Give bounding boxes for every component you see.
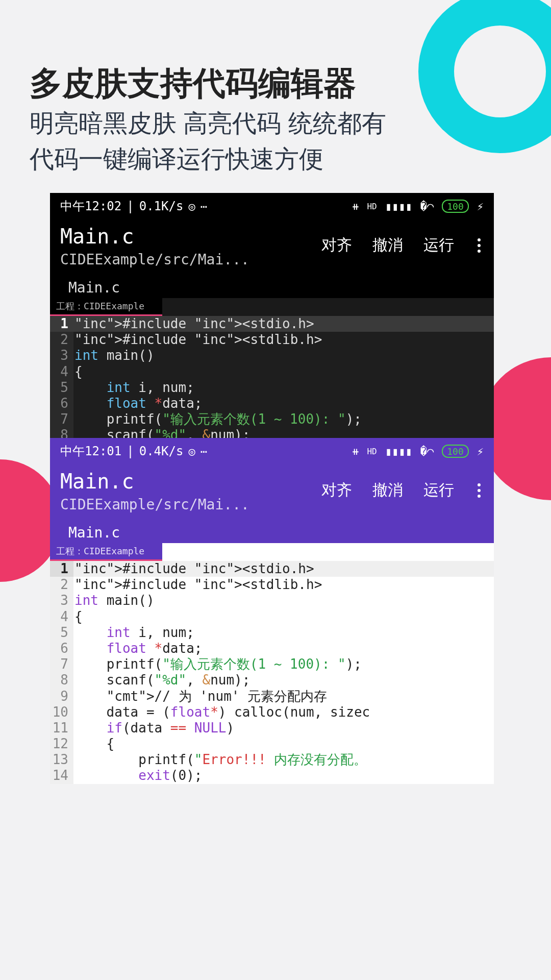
code-line[interactable]: 7 printf("输入元素个数(1 ~ 100): "); — [50, 656, 494, 672]
more-status-icon: ⋯ — [201, 200, 207, 213]
code-line[interactable]: 2"inc">#include "inc"><stdlib.h> — [50, 577, 494, 593]
code-content[interactable]: { — [73, 736, 494, 752]
hero-headline: 多皮肤支持代码编辑器 — [30, 61, 356, 106]
wifi-icon: �◠ — [420, 200, 434, 213]
code-line[interactable]: 7 printf("输入元素个数(1 ~ 100): "); — [50, 411, 494, 427]
code-line[interactable]: 3int main() — [50, 348, 494, 363]
file-path: CIDEExample/src/Mai... — [60, 496, 321, 513]
code-line[interactable]: 3int main() — [50, 593, 494, 608]
code-line[interactable]: 5 int i, num; — [50, 625, 494, 641]
code-content[interactable]: { — [73, 609, 494, 625]
line-number: 3 — [50, 593, 73, 608]
code-content[interactable]: printf("输入元素个数(1 ~ 100): "); — [73, 656, 494, 672]
app-bar: Main.c CIDEExample/src/Mai... 对齐 撤消 运行 — [50, 464, 494, 520]
line-number: 8 — [50, 672, 73, 688]
code-content[interactable]: int i, num; — [73, 625, 494, 641]
code-content[interactable]: float *data; — [73, 641, 494, 656]
code-content[interactable]: if(data == NULL) — [73, 720, 494, 736]
tab-file[interactable]: Main.c — [68, 279, 120, 298]
code-line[interactable]: 2"inc">#include "inc"><stdlib.h> — [50, 332, 494, 348]
no-disturb-icon: ◎ — [188, 445, 195, 458]
battery-icon: 100 — [442, 445, 469, 458]
line-number: 4 — [50, 364, 73, 380]
code-content[interactable]: data = (float*) calloc(num, sizec — [73, 704, 494, 720]
more-status-icon: ⋯ — [201, 445, 207, 458]
line-number: 7 — [50, 656, 73, 672]
charge-icon: ⚡ — [477, 445, 484, 458]
code-content[interactable]: printf("Error!!! 内存没有分配。 — [73, 752, 494, 768]
project-label: 工程：CIDEExample — [50, 543, 162, 561]
code-line[interactable]: 10 data = (float*) calloc(num, sizec — [50, 704, 494, 720]
code-line[interactable]: 4{ — [50, 364, 494, 380]
more-menu-icon[interactable] — [474, 483, 484, 498]
code-content[interactable]: printf("输入元素个数(1 ~ 100): "); — [73, 411, 494, 427]
line-number: 12 — [50, 736, 73, 752]
more-menu-icon[interactable] — [474, 238, 484, 253]
code-content[interactable]: "inc">#include "inc"><stdio.h> — [73, 561, 494, 577]
code-content[interactable]: float *data; — [73, 396, 494, 411]
status-bar: 中午12:02 | 0.1K/s ◎ ⋯ ⧺ HD ▮▮▮▮ �◠ 100 ⚡ — [50, 193, 494, 219]
battery-icon: 100 — [442, 200, 469, 213]
code-content[interactable]: int i, num; — [73, 380, 494, 396]
code-content[interactable]: "inc">#include "inc"><stdlib.h> — [73, 577, 494, 593]
run-button[interactable]: 运行 — [423, 480, 454, 501]
code-content[interactable]: "inc">#include "inc"><stdio.h> — [73, 316, 494, 332]
line-number: 13 — [50, 752, 73, 768]
code-content[interactable]: "inc">#include "inc"><stdlib.h> — [73, 332, 494, 348]
signal-icon: ▮▮▮▮ — [385, 445, 412, 458]
tab-file[interactable]: Main.c — [68, 524, 120, 543]
status-time: 中午12:01 — [60, 443, 121, 459]
code-editor[interactable]: 1"inc">#include "inc"><stdio.h>2"inc">#i… — [50, 561, 494, 784]
bluetooth-icon: ⧺ — [352, 445, 359, 458]
code-line[interactable]: 1"inc">#include "inc"><stdio.h> — [50, 561, 494, 577]
status-separator: | — [127, 199, 134, 213]
code-line[interactable]: 14 exit(0); — [50, 768, 494, 783]
tab-bar: Main.c — [50, 520, 494, 543]
code-line[interactable]: 4{ — [50, 609, 494, 625]
code-content[interactable]: { — [73, 364, 494, 380]
line-number: 7 — [50, 411, 73, 427]
line-number: 9 — [50, 689, 73, 704]
code-line[interactable]: 1"inc">#include "inc"><stdio.h> — [50, 316, 494, 332]
status-bar: 中午12:01 | 0.4K/s ◎ ⋯ ⧺ HD ▮▮▮▮ �◠ 100 ⚡ — [50, 438, 494, 464]
line-number: 2 — [50, 332, 73, 348]
code-line[interactable]: 6 float *data; — [50, 396, 494, 411]
line-number: 6 — [50, 396, 73, 411]
code-line[interactable]: 13 printf("Error!!! 内存没有分配。 — [50, 752, 494, 768]
undo-button[interactable]: 撤消 — [372, 480, 403, 501]
code-content[interactable]: int main() — [73, 348, 494, 363]
decoration-circle-cyan — [418, 0, 551, 153]
tab-bar: Main.c — [50, 275, 494, 298]
line-number: 10 — [50, 704, 73, 720]
code-line[interactable]: 5 int i, num; — [50, 380, 494, 396]
code-content[interactable]: int main() — [73, 593, 494, 608]
code-line[interactable]: 9 "cmt">// 为 'num' 元素分配内存 — [50, 689, 494, 704]
line-number: 3 — [50, 348, 73, 363]
status-separator: | — [127, 444, 134, 458]
code-line[interactable]: 12 { — [50, 736, 494, 752]
code-content[interactable]: exit(0); — [73, 768, 494, 783]
line-number: 1 — [50, 561, 73, 577]
code-line[interactable]: 6 float *data; — [50, 641, 494, 656]
line-number: 1 — [50, 316, 73, 332]
align-button[interactable]: 对齐 — [321, 480, 352, 501]
code-line[interactable]: 8 scanf("%d", &num); — [50, 672, 494, 688]
code-content[interactable]: "cmt">// 为 'num' 元素分配内存 — [73, 689, 494, 704]
align-button[interactable]: 对齐 — [321, 235, 352, 256]
file-path: CIDEExample/src/Mai... — [60, 251, 321, 268]
status-time: 中午12:02 — [60, 198, 121, 214]
undo-button[interactable]: 撤消 — [372, 235, 403, 256]
line-number: 5 — [50, 625, 73, 641]
run-button[interactable]: 运行 — [423, 235, 454, 256]
line-number: 6 — [50, 641, 73, 656]
code-content[interactable]: scanf("%d", &num); — [73, 672, 494, 688]
signal-icon: ▮▮▮▮ — [385, 200, 412, 213]
file-title: Main.c — [60, 225, 321, 248]
code-line[interactable]: 11 if(data == NULL) — [50, 720, 494, 736]
line-number: 11 — [50, 720, 73, 736]
wifi-icon: �◠ — [420, 445, 434, 458]
bluetooth-icon: ⧺ — [352, 200, 359, 213]
hd-icon: HD — [367, 447, 377, 456]
status-network-speed: 0.1K/s — [139, 199, 184, 213]
line-number: 4 — [50, 609, 73, 625]
